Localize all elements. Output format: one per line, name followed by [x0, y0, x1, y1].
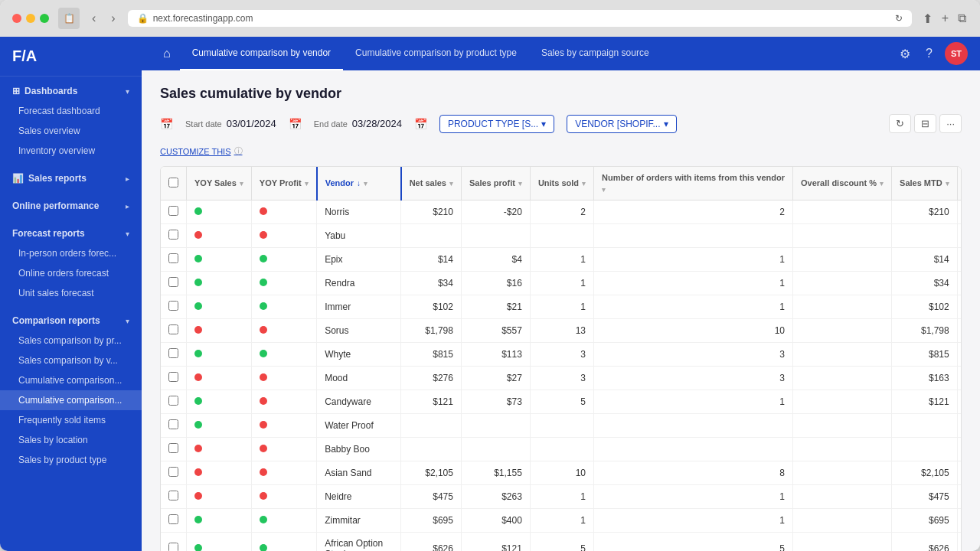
yoy-sales-cell	[187, 295, 252, 319]
close-button[interactable]	[12, 14, 21, 23]
row-checkbox[interactable]	[168, 543, 178, 551]
sidebar-section-dashboards: ⊞ Dashboards ▾ Forecast dashboard Sales …	[0, 77, 142, 164]
sort-vendor-icon[interactable]: ↓	[357, 179, 361, 187]
sidebar-item-cumulative-comp1[interactable]: Cumulative comparison...	[0, 370, 142, 390]
refresh-icon[interactable]: ↻	[895, 13, 903, 24]
sidebar-item-online-orders[interactable]: Online orders forecast	[0, 263, 142, 283]
units-sold-cell: 1	[530, 248, 593, 272]
row-checkbox[interactable]	[168, 301, 178, 311]
help-button[interactable]: ?	[923, 44, 936, 64]
view-toggle-button[interactable]: ⊟	[914, 114, 936, 133]
filter-yoy-sales-icon[interactable]: ▾	[240, 180, 243, 187]
yoy-sales-cell	[187, 390, 252, 414]
row-checkbox[interactable]	[168, 277, 178, 287]
tabs-button[interactable]: ⧉	[956, 10, 968, 28]
address-bar[interactable]: 🔒 next.forecastingapp.com ↻	[128, 10, 912, 27]
more-options-button[interactable]: ···	[939, 114, 962, 133]
net-sales-cell: $34	[401, 272, 462, 295]
product-type-filter[interactable]: PRODUCT TYPE [S... ▾	[439, 115, 554, 133]
filter-discount-icon[interactable]: ▾	[880, 180, 884, 187]
table-row: Water Proof	[161, 414, 961, 438]
sidebar-item-cumulative-comp2[interactable]: Cumulative comparison...	[0, 390, 142, 410]
sales-profit-cell: $263	[461, 485, 530, 509]
yoy-sales-dot	[194, 445, 202, 452]
filter-net-sales-icon[interactable]: ▾	[449, 180, 453, 187]
sidebar-item-unit-sales[interactable]: Unit sales forecast	[0, 283, 142, 303]
sidebar-item-inperson-orders[interactable]: In-person orders forec...	[0, 243, 142, 263]
num-orders-cell: 10	[594, 319, 793, 343]
yoy-sales-cell	[187, 248, 252, 272]
tab-sales-campaign[interactable]: Sales by campaign source	[529, 37, 662, 70]
row-checkbox[interactable]	[168, 396, 178, 406]
table-row: Norris $210 -$20 2 2 $210 -$20	[161, 201, 961, 224]
settings-button[interactable]: ⚙	[897, 44, 913, 64]
sales-profit-cell: -$20	[461, 201, 530, 224]
minimize-button[interactable]	[26, 14, 35, 23]
data-table-container: YOY Sales ▾ YOY Profit ▾	[160, 166, 962, 551]
filter-vendor-icon[interactable]: ▾	[364, 180, 368, 187]
tab-icon: 📋	[58, 8, 80, 29]
forward-button[interactable]: ›	[108, 10, 118, 27]
row-checkbox[interactable]	[168, 230, 178, 240]
home-button[interactable]: ⌂	[154, 41, 180, 67]
th-vendor[interactable]: Vendor ↓ ▾	[317, 167, 401, 201]
row-checkbox[interactable]	[168, 253, 178, 263]
sidebar-item-sales-comp-vendor[interactable]: Sales comparison by v...	[0, 350, 142, 370]
yoy-profit-cell	[251, 343, 316, 367]
row-checkbox[interactable]	[168, 348, 178, 358]
sidebar-item-sales-product-type[interactable]: Sales by product type	[0, 450, 142, 470]
row-checkbox[interactable]	[168, 324, 178, 334]
select-all-checkbox[interactable]	[168, 178, 178, 187]
vendor-filter[interactable]: VENDOR [SHOPIF... ▾	[567, 115, 676, 133]
sidebar-item-sales-location[interactable]: Sales by location	[0, 430, 142, 450]
sidebar-section-comparison: Comparison reports ▾ Sales comparison by…	[0, 306, 142, 473]
num-orders-cell: 2	[594, 201, 793, 224]
yoy-sales-cell	[187, 367, 252, 390]
sales-profit-mtd-cell: -$20	[957, 201, 961, 224]
filter-bar: 📅 Start date 03/01/2024 📅 End date 03/28…	[160, 114, 962, 133]
tab-cumulative-product[interactable]: Cumulative comparison by product type	[343, 37, 529, 70]
chevron-right-icon: ▸	[126, 174, 129, 183]
row-checkbox[interactable]	[168, 419, 178, 429]
filter-sales-mtd-icon[interactable]: ▾	[946, 180, 949, 187]
customize-link[interactable]: CUSTOMIZE THIS ⓘ	[160, 145, 962, 157]
row-checkbox[interactable]	[168, 206, 178, 216]
sidebar-group-online-perf[interactable]: Online performance ▸	[0, 194, 142, 216]
app-logo[interactable]: F/A	[0, 37, 142, 77]
refresh-filter-button[interactable]: ↻	[889, 114, 911, 133]
tab-cumulative-vendor[interactable]: Cumulative comparison by vendor	[180, 37, 343, 70]
filter-units-sold-icon[interactable]: ▾	[582, 180, 586, 187]
data-table: YOY Sales ▾ YOY Profit ▾	[161, 167, 961, 551]
yoy-profit-cell	[251, 533, 316, 551]
yoy-sales-cell	[187, 272, 252, 295]
vendor-cell: Yabu	[317, 224, 401, 248]
row-checkbox[interactable]	[168, 491, 178, 500]
sidebar-item-sales-overview[interactable]: Sales overview	[0, 121, 142, 141]
sidebar-item-frequently-sold[interactable]: Frequently sold items	[0, 410, 142, 430]
sidebar-group-comparison[interactable]: Comparison reports ▾	[0, 309, 142, 331]
avatar[interactable]: ST	[945, 42, 968, 65]
units-sold-cell	[530, 438, 593, 461]
row-checkbox[interactable]	[168, 443, 178, 453]
filter-sales-profit-icon[interactable]: ▾	[518, 180, 522, 187]
maximize-button[interactable]	[40, 14, 49, 23]
row-checkbox[interactable]	[168, 372, 178, 382]
sidebar-group-sales-reports[interactable]: 📊 Sales reports ▸	[0, 167, 142, 188]
share-button[interactable]: ⬆	[921, 10, 934, 28]
th-yoy-sales: YOY Sales ▾	[187, 167, 252, 201]
overall-discount-cell	[793, 295, 892, 319]
sidebar-item-sales-comp-product[interactable]: Sales comparison by pr...	[0, 331, 142, 350]
vendor-cell: Zimmitar	[317, 509, 401, 533]
sales-profit-cell	[461, 224, 530, 248]
filter-num-orders-icon[interactable]: ▾	[602, 186, 606, 194]
sidebar-group-dashboards[interactable]: ⊞ Dashboards ▾	[0, 80, 142, 101]
sidebar-group-forecast-reports[interactable]: Forecast reports ▾	[0, 222, 142, 243]
sidebar-item-forecast-dashboard[interactable]: Forecast dashboard	[0, 101, 142, 121]
back-button[interactable]: ‹	[89, 10, 99, 27]
yoy-sales-dot	[194, 350, 202, 357]
row-checkbox[interactable]	[168, 467, 178, 477]
row-checkbox[interactable]	[168, 514, 178, 524]
sidebar-item-inventory-overview[interactable]: Inventory overview	[0, 141, 142, 161]
new-tab-button[interactable]: +	[940, 10, 950, 28]
filter-yoy-profit-icon[interactable]: ▾	[305, 180, 309, 187]
